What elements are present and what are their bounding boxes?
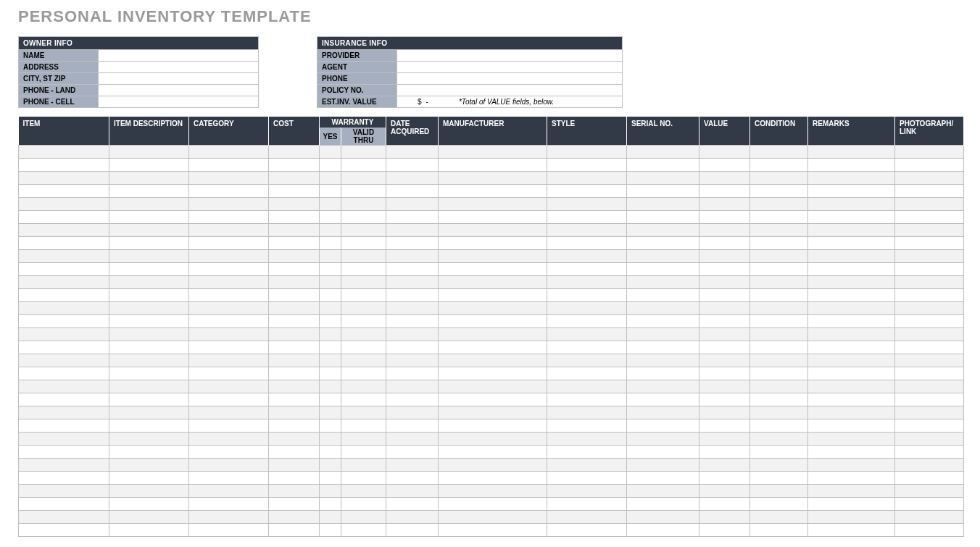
table-cell[interactable]	[895, 237, 964, 250]
table-cell[interactable]	[189, 172, 269, 185]
table-cell[interactable]	[547, 315, 627, 328]
table-cell[interactable]	[19, 341, 109, 354]
table-cell[interactable]	[699, 524, 750, 537]
table-cell[interactable]	[808, 406, 895, 419]
table-cell[interactable]	[750, 315, 808, 328]
table-cell[interactable]	[109, 263, 189, 276]
insurance-field-value[interactable]	[397, 73, 622, 84]
table-cell[interactable]	[320, 498, 341, 511]
table-cell[interactable]	[699, 367, 750, 380]
insurance-field-value[interactable]	[397, 50, 622, 61]
table-cell[interactable]	[627, 341, 699, 354]
table-cell[interactable]	[19, 224, 109, 237]
table-cell[interactable]	[320, 302, 341, 315]
owner-field-value[interactable]	[99, 85, 258, 96]
table-cell[interactable]	[320, 146, 341, 159]
table-cell[interactable]	[750, 224, 808, 237]
table-cell[interactable]	[189, 524, 269, 537]
table-cell[interactable]	[386, 472, 439, 485]
table-cell[interactable]	[547, 485, 627, 498]
table-cell[interactable]	[19, 433, 109, 446]
table-cell[interactable]	[189, 419, 269, 433]
table-cell[interactable]	[320, 276, 341, 289]
table-cell[interactable]	[627, 472, 699, 485]
table-cell[interactable]	[627, 446, 699, 459]
table-cell[interactable]	[109, 289, 189, 302]
table-cell[interactable]	[547, 498, 627, 511]
table-cell[interactable]	[341, 172, 386, 185]
table-cell[interactable]	[547, 276, 627, 289]
table-cell[interactable]	[386, 250, 439, 263]
table-cell[interactable]	[341, 237, 386, 250]
table-cell[interactable]	[547, 511, 627, 524]
table-cell[interactable]	[341, 419, 386, 433]
table-cell[interactable]	[269, 172, 320, 185]
table-cell[interactable]	[320, 472, 341, 485]
table-cell[interactable]	[699, 485, 750, 498]
table-cell[interactable]	[808, 211, 895, 224]
table-cell[interactable]	[439, 159, 547, 172]
table-cell[interactable]	[895, 459, 964, 472]
table-cell[interactable]	[341, 276, 386, 289]
table-cell[interactable]	[341, 263, 386, 276]
table-cell[interactable]	[19, 406, 109, 419]
table-cell[interactable]	[439, 406, 547, 419]
table-cell[interactable]	[341, 524, 386, 537]
table-cell[interactable]	[627, 263, 699, 276]
table-cell[interactable]	[750, 511, 808, 524]
table-cell[interactable]	[547, 159, 627, 172]
table-cell[interactable]	[439, 419, 547, 433]
table-cell[interactable]	[439, 341, 547, 354]
table-cell[interactable]	[320, 328, 341, 341]
table-cell[interactable]	[750, 406, 808, 419]
table-cell[interactable]	[109, 276, 189, 289]
table-cell[interactable]	[439, 459, 547, 472]
table-cell[interactable]	[320, 198, 341, 211]
table-cell[interactable]	[109, 146, 189, 159]
table-cell[interactable]	[895, 224, 964, 237]
table-cell[interactable]	[808, 276, 895, 289]
table-cell[interactable]	[699, 433, 750, 446]
table-cell[interactable]	[386, 406, 439, 419]
table-cell[interactable]	[19, 419, 109, 433]
table-cell[interactable]	[750, 276, 808, 289]
table-cell[interactable]	[109, 315, 189, 328]
table-cell[interactable]	[269, 498, 320, 511]
table-cell[interactable]	[627, 211, 699, 224]
table-cell[interactable]	[627, 198, 699, 211]
table-cell[interactable]	[439, 185, 547, 198]
insurance-field-value[interactable]	[397, 85, 622, 96]
table-cell[interactable]	[109, 524, 189, 537]
table-cell[interactable]	[386, 498, 439, 511]
table-cell[interactable]	[439, 237, 547, 250]
table-cell[interactable]	[547, 302, 627, 315]
table-cell[interactable]	[320, 393, 341, 406]
table-cell[interactable]	[269, 524, 320, 537]
table-cell[interactable]	[808, 315, 895, 328]
table-cell[interactable]	[341, 146, 386, 159]
table-cell[interactable]	[19, 367, 109, 380]
table-cell[interactable]	[750, 237, 808, 250]
table-cell[interactable]	[19, 250, 109, 263]
table-cell[interactable]	[386, 185, 439, 198]
table-cell[interactable]	[341, 341, 386, 354]
table-cell[interactable]	[439, 433, 547, 446]
table-cell[interactable]	[627, 302, 699, 315]
table-cell[interactable]	[269, 185, 320, 198]
table-cell[interactable]	[750, 328, 808, 341]
table-cell[interactable]	[547, 472, 627, 485]
table-cell[interactable]	[19, 315, 109, 328]
table-cell[interactable]	[627, 393, 699, 406]
table-cell[interactable]	[808, 419, 895, 433]
table-cell[interactable]	[895, 159, 964, 172]
table-cell[interactable]	[627, 328, 699, 341]
table-cell[interactable]	[269, 211, 320, 224]
table-cell[interactable]	[19, 328, 109, 341]
table-cell[interactable]	[750, 211, 808, 224]
table-cell[interactable]	[699, 146, 750, 159]
table-cell[interactable]	[439, 498, 547, 511]
table-cell[interactable]	[341, 211, 386, 224]
table-cell[interactable]	[320, 511, 341, 524]
table-cell[interactable]	[895, 498, 964, 511]
table-cell[interactable]	[189, 237, 269, 250]
